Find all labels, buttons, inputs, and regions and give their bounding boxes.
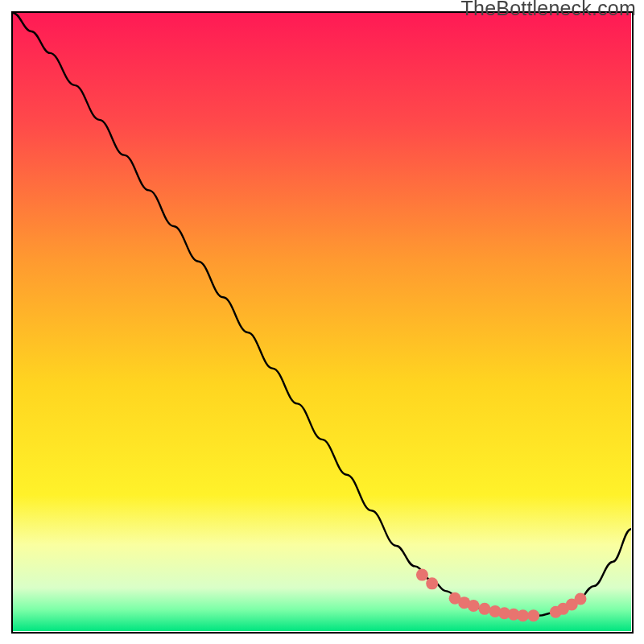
chart-svg <box>13 13 631 631</box>
marker-dot <box>527 609 539 621</box>
marker-dot <box>575 593 587 605</box>
marker-dot <box>517 609 529 621</box>
marker-dot <box>478 603 490 615</box>
marker-dot <box>416 569 428 581</box>
marker-dot <box>468 600 480 612</box>
chart-frame: TheBottleneck.com <box>0 0 644 644</box>
gradient-background <box>13 13 631 631</box>
watermark-text: TheBottleneck.com <box>461 0 636 20</box>
marker-dot <box>426 577 438 589</box>
plot-area <box>11 11 634 634</box>
